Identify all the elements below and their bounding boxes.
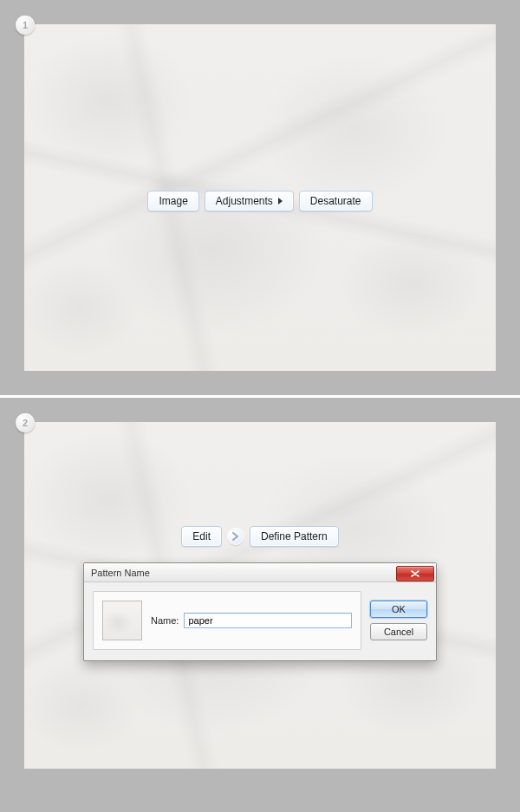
menu-desaturate-label: Desaturate (310, 195, 361, 207)
menu-define-pattern[interactable]: Define Pattern (250, 526, 339, 547)
menu-desaturate[interactable]: Desaturate (299, 191, 373, 211)
menu-image[interactable]: Image (147, 191, 198, 211)
breadcrumb-separator (227, 528, 244, 545)
menu-adjustments[interactable]: Adjustments (205, 191, 294, 211)
step-1-frame: 1 Image Adjustments Desaturate (0, 0, 520, 395)
step-badge-2: 2 (16, 413, 35, 432)
step-2-frame: 2 Edit Define Pattern Pattern Name (0, 395, 520, 793)
paper-texture-canvas: Image Adjustments Desaturate (24, 24, 496, 371)
chevron-right-icon (232, 532, 239, 541)
menu-adjustments-label: Adjustments (216, 195, 273, 207)
name-label: Name: (151, 615, 179, 626)
close-icon (411, 570, 419, 577)
menu-breadcrumb: Edit Define Pattern (24, 526, 496, 547)
pattern-thumbnail (102, 601, 142, 640)
menu-breadcrumb: Image Adjustments Desaturate (24, 191, 496, 211)
step-badge-1: 1 (16, 16, 35, 35)
dialog-button-column: OK Cancel (370, 601, 427, 640)
submenu-arrow-icon (278, 198, 283, 205)
dialog-title: Pattern Name (91, 568, 150, 578)
menu-define-pattern-label: Define Pattern (261, 530, 328, 542)
cancel-button-label: Cancel (384, 627, 413, 637)
menu-image-label: Image (159, 195, 187, 207)
name-field-row: Name: (151, 613, 352, 628)
ok-button[interactable]: OK (370, 601, 427, 618)
pattern-name-dialog: Pattern Name Name: OK (83, 562, 437, 661)
pattern-name-input[interactable] (184, 613, 352, 628)
close-button[interactable] (396, 566, 434, 581)
cancel-button[interactable]: Cancel (370, 623, 427, 640)
paper-texture-canvas: Edit Define Pattern Pattern Name (24, 422, 496, 769)
ok-button-label: OK (392, 604, 406, 614)
dialog-body: Name: OK Cancel (84, 582, 436, 660)
dialog-titlebar[interactable]: Pattern Name (84, 563, 436, 582)
menu-edit-label: Edit (192, 530, 211, 542)
dialog-inner: Name: (93, 591, 361, 650)
menu-edit[interactable]: Edit (181, 526, 222, 547)
